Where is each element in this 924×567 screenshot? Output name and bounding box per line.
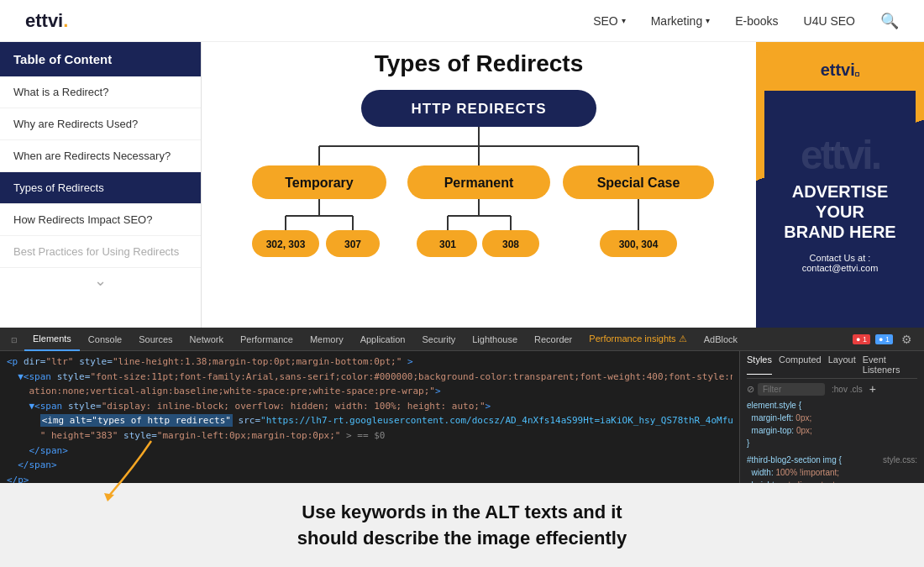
redirects-diagram: HTTP REDIRECTS Temporary Perman — [218, 86, 739, 279]
toc-scroll-indicator: ⌄ — [0, 268, 201, 293]
devtools-tab-adblock[interactable]: AdBlock — [696, 328, 746, 351]
devtools-code-line-4: ▼<span style="display: inline-block; ove… — [7, 399, 732, 414]
devtools-code-line-1: <p dir="ltr" style="line-height:1.38;mar… — [7, 354, 732, 370]
devtools-tab-perf-insights[interactable]: Performance insights ⚠ — [580, 328, 695, 351]
devtools-right-tabs: Styles Computed Layout Event Listeners — [747, 354, 917, 379]
styles-tab[interactable]: Styles — [747, 354, 772, 375]
css-val-margin-left: 0px; — [795, 413, 811, 423]
filter-icon: ⊘ — [747, 384, 754, 395]
ad-contact-section: Contact Us at : contact@ettvi.com — [802, 253, 879, 273]
ad-contact-email: contact@ettvi.com — [802, 263, 879, 273]
toc-item-impact[interactable]: How Redirects Impact SEO? — [0, 204, 201, 236]
search-icon[interactable]: 🔍 — [880, 12, 899, 30]
scroll-down-icon: ⌄ — [94, 271, 107, 290]
article-area: Types of Redirects HTTP REDIRECTS — [202, 42, 756, 328]
devtools-tab-elements[interactable]: Elements — [24, 328, 80, 351]
devtools-tab-memory[interactable]: Memory — [302, 328, 352, 351]
svg-text:307: 307 — [344, 239, 361, 250]
layout-tab[interactable]: Layout — [828, 354, 856, 375]
code-attr5: src= — [239, 415, 261, 426]
nav-u4u-seo[interactable]: U4U SEO — [804, 14, 855, 28]
annotation-arrow-svg — [84, 433, 193, 508]
toc-item-when[interactable]: When are Redirects Necessary? — [0, 140, 201, 172]
code-tag6: > — [486, 401, 491, 412]
devtools-info-badge: ● 1 — [875, 334, 893, 344]
code-tag2: > — [407, 356, 413, 367]
svg-marker-34 — [104, 493, 114, 501]
nav-seo[interactable]: SEO ▾ — [593, 14, 626, 28]
css-selector: element.style { — [747, 401, 801, 410]
devtools-code-line-3: ation:none;vertical-align:baseline;white… — [7, 384, 732, 399]
code-tag9: </p> — [7, 475, 29, 483]
svg-text:302, 303: 302, 303 — [266, 239, 306, 250]
diagram-svg: HTTP REDIRECTS Temporary Perman — [235, 86, 722, 279]
devtools-tab-performance[interactable]: Performance — [232, 328, 302, 351]
devtools-code-line-2: ▼<span style="font-size:11pt;font-family… — [7, 370, 732, 385]
code-tag: <p — [7, 356, 18, 367]
code-attr4: style= — [68, 401, 102, 412]
code-val2: "line-height:1.38;margin-top:0pt;margin-… — [113, 356, 402, 367]
devtools-error-badge: ● 1 — [853, 334, 870, 344]
css-prop-width: width: — [752, 468, 774, 477]
devtools-tab-console[interactable]: Console — [80, 328, 130, 351]
code-tag7: </span> — [29, 445, 68, 456]
code-tag8: </span> — [18, 459, 56, 470]
styles-filter-row: ⊘ :hov .cls + — [747, 382, 917, 396]
svg-text:⊡: ⊡ — [11, 336, 18, 344]
code-tag5: ▼<span — [29, 401, 63, 412]
devtools-tab-security[interactable]: Security — [413, 328, 464, 351]
devtools-icon: ⊡ — [8, 333, 20, 345]
computed-tab[interactable]: Computed — [779, 354, 822, 375]
article-title: Types of Redirects — [218, 50, 739, 77]
toc-item-what[interactable]: What is a Redirect? — [0, 76, 201, 108]
ad-headline: ADVERTISEYOURBRAND HERE — [784, 181, 895, 242]
show-cls-btn[interactable]: :hov .cls — [832, 385, 863, 394]
toc-item-types[interactable]: Types of Redirects — [0, 172, 201, 204]
devtools-tab-network[interactable]: Network — [181, 328, 232, 351]
devtools-tabs: ⊡ Elements Console Sources Network Perfo… — [0, 328, 924, 351]
svg-text:HTTP REDIRECTS: HTTP REDIRECTS — [411, 101, 546, 117]
devtools-styles-panel: Styles Computed Layout Event Listeners ⊘… — [739, 351, 924, 483]
devtools-tab-lighthouse[interactable]: Lighthouse — [464, 328, 526, 351]
toc-header: Table of Content — [0, 42, 201, 76]
nav-links: SEO ▾ Marketing ▾ E-books U4U SEO 🔍 — [593, 12, 899, 30]
code-val5: "display: inline-block; overflow: hidden… — [102, 401, 486, 412]
bottom-text-line2: should describe the image effeciently — [297, 528, 627, 549]
highlighted-img-element[interactable]: <img alt="types of http redirects" — [40, 414, 233, 427]
css-val-margin-top: 0px; — [796, 426, 812, 435]
svg-text:Special Case: Special Case — [597, 176, 680, 190]
devtools-tab-sources[interactable]: Sources — [130, 328, 181, 351]
devtools-action-icons: ● 1 ● 1 ⚙ — [853, 332, 916, 347]
code-val3: "font-size:11pt;font-family:Arial,sans-s… — [90, 371, 732, 382]
nav-ebooks[interactable]: E-books — [735, 14, 778, 28]
marketing-dropdown-arrow: ▾ — [706, 16, 710, 25]
devtools-settings-icon[interactable]: ⚙ — [898, 332, 916, 347]
devtools-tab-recorder[interactable]: Recorder — [526, 328, 580, 351]
toc-item-practices[interactable]: Best Practices for Using Redirects — [0, 236, 201, 268]
code-tag4: > — [435, 386, 441, 396]
ad-contact-label: Contact Us at : — [802, 253, 879, 263]
css-element-style: element.style { margin-left: 0px; margin… — [747, 399, 917, 449]
toc-item-why[interactable]: Why are Redirects Used? — [0, 108, 201, 140]
code-tag3: ▼<span — [18, 371, 51, 382]
code-attr: dir= — [24, 356, 46, 367]
styles-filter-input[interactable] — [758, 383, 825, 396]
add-style-btn[interactable]: + — [869, 382, 876, 396]
ad-logo: ettvi. — [773, 60, 907, 80]
bottom-callout-text: Use keywords in the ALT texts and it sho… — [297, 500, 627, 552]
code-link[interactable]: "https://lh7-rt.googleusercontent.com/do… — [260, 415, 732, 426]
css-val-width: 100% !important; — [775, 468, 839, 477]
devtools-tab-application[interactable]: Application — [352, 328, 414, 351]
code-attr2: style= — [79, 356, 113, 367]
bottom-section: Use keywords in the ALT texts and it sho… — [0, 483, 924, 567]
code-val4: ation:none;vertical-align:baseline;white… — [29, 386, 435, 396]
main-content-area: Table of Content What is a Redirect? Why… — [0, 42, 924, 328]
top-navigation: ettvi. SEO ▾ Marketing ▾ E-books U4U SEO… — [0, 0, 924, 42]
css-prop-margin-left: margin-left: — [752, 413, 794, 423]
css-third-blog-rule: #third-blog2-section img { style.css: wi… — [747, 454, 917, 483]
event-listeners-tab[interactable]: Event Listeners — [863, 354, 917, 375]
arrow-annotation — [84, 433, 193, 512]
nav-marketing[interactable]: Marketing ▾ — [651, 14, 710, 28]
svg-text:Temporary: Temporary — [285, 176, 354, 190]
site-logo[interactable]: ettvi. — [25, 10, 68, 32]
